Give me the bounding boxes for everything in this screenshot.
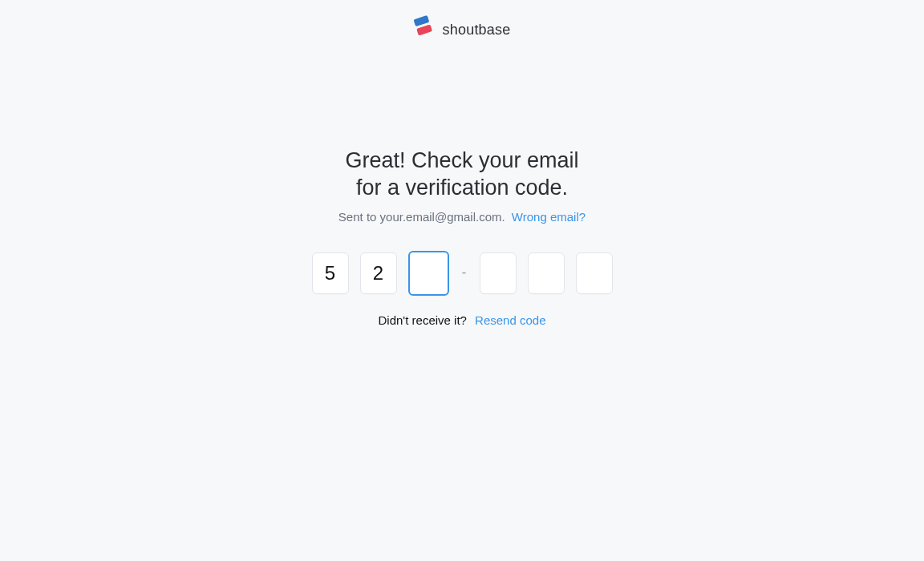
sent-to-line: Sent to your.email@gmail.com. Wrong emai… [338, 210, 586, 224]
verification-hero: Great! Check your email for a verificati… [312, 147, 613, 327]
title-line-1: Great! Check your email [345, 148, 578, 172]
code-digit-3[interactable] [408, 251, 449, 296]
brand-logo-icon [414, 14, 435, 45]
svg-rect-1 [416, 24, 432, 35]
code-separator: - [460, 264, 468, 281]
verification-page: shoutbase Great! Check your email for a … [0, 0, 924, 561]
resend-code-link[interactable]: Resend code [475, 313, 545, 327]
code-digit-2[interactable] [360, 252, 397, 294]
code-digit-6[interactable] [576, 252, 613, 294]
code-digit-4[interactable] [480, 252, 517, 294]
sent-email: your.email@gmail.com [380, 210, 502, 224]
title-line-2: for a verification code. [356, 176, 568, 200]
wrong-email-link[interactable]: Wrong email? [512, 210, 586, 224]
code-digit-1[interactable] [312, 252, 349, 294]
resend-prompt: Didn't receive it? [379, 313, 467, 327]
brand: shoutbase [414, 14, 511, 45]
sent-prefix: Sent to [338, 210, 380, 224]
code-digit-5[interactable] [528, 252, 565, 294]
sent-suffix: . [502, 210, 505, 224]
resend-line: Didn't receive it? Resend code [379, 313, 546, 327]
brand-name: shoutbase [443, 22, 511, 38]
page-title: Great! Check your email for a verificati… [345, 147, 578, 202]
svg-rect-0 [414, 15, 429, 26]
code-input-row: - [312, 251, 613, 296]
